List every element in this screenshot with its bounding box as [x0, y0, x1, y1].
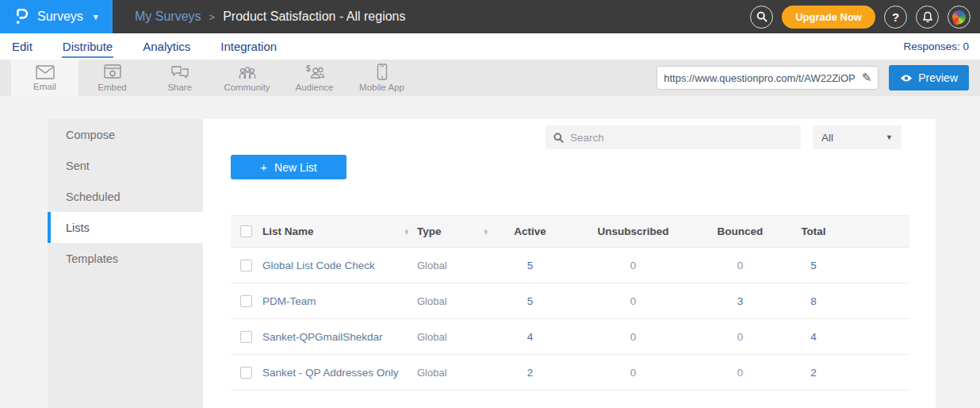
- upgrade-now-button[interactable]: Upgrade Now: [782, 6, 875, 29]
- column-header-bounced: Bounced: [702, 216, 778, 248]
- channel-email-label: Email: [33, 82, 56, 91]
- avatar-logo-icon: [951, 8, 968, 25]
- table-header-row: List Name ▲▼ Type ▲▼ Active Unsubscribed…: [231, 216, 909, 248]
- survey-url-input[interactable]: [664, 72, 861, 84]
- top-header: Surveys ▼ My Surveys > Product Satisfact…: [0, 0, 980, 33]
- lists-panel: All ▼ + New List List Name ▲▼: [203, 119, 936, 408]
- chevron-down-icon: ▼: [92, 13, 100, 21]
- email-sidebar: Compose Sent Scheduled Lists Templates: [48, 119, 203, 408]
- distribute-toolbar: Email Embed Share Community $ Audience M…: [0, 60, 980, 96]
- select-all-checkbox[interactable]: [240, 225, 252, 237]
- total-count[interactable]: 8: [778, 283, 849, 319]
- channel-email[interactable]: Email: [11, 60, 78, 96]
- sidebar-item-sent[interactable]: Sent: [48, 150, 203, 181]
- column-header-total: Total: [778, 216, 849, 248]
- list-filter-dropdown[interactable]: All ▼: [813, 125, 902, 149]
- bounced-count[interactable]: 0: [702, 319, 778, 355]
- active-count[interactable]: 2: [496, 355, 564, 391]
- column-header-list-name[interactable]: List Name: [262, 225, 314, 237]
- channel-community-label: Community: [224, 83, 270, 92]
- sidebar-item-templates[interactable]: Templates: [48, 243, 203, 274]
- channel-mobile-app[interactable]: Mobile App: [348, 60, 415, 96]
- list-type: Global: [417, 319, 496, 355]
- sidebar-item-scheduled-label: Scheduled: [66, 191, 121, 203]
- sort-icon[interactable]: ▲▼: [484, 229, 488, 235]
- help-button[interactable]: ?: [884, 6, 907, 29]
- row-checkbox[interactable]: [240, 295, 252, 307]
- row-checkbox[interactable]: [240, 260, 252, 271]
- list-name-link[interactable]: Sanket-QPGmailShekdar: [262, 319, 417, 355]
- channel-community[interactable]: Community: [213, 60, 281, 96]
- preview-button[interactable]: Preview: [889, 65, 969, 90]
- tab-distribute[interactable]: Distribute: [62, 35, 113, 58]
- channel-share[interactable]: Share: [146, 60, 213, 96]
- channel-embed-label: Embed: [98, 83, 126, 92]
- table-row: Sanket - QP Addresses Only Global 2 0 0 …: [231, 355, 909, 391]
- sidebar-item-lists-label: Lists: [66, 221, 90, 234]
- email-icon: [36, 65, 55, 79]
- column-header-active: Active: [496, 216, 564, 248]
- total-count[interactable]: 4: [778, 319, 849, 355]
- sort-icon[interactable]: ▲▼: [404, 229, 409, 235]
- unsubscribed-count[interactable]: 0: [564, 248, 702, 283]
- mobile-app-icon: [377, 64, 388, 80]
- tab-analytics[interactable]: Analytics: [142, 35, 191, 58]
- unsubscribed-count[interactable]: 0: [564, 319, 702, 355]
- total-count[interactable]: 5: [778, 248, 849, 283]
- sidebar-item-lists[interactable]: Lists: [48, 212, 203, 243]
- bounced-count[interactable]: 3: [702, 283, 778, 319]
- active-count[interactable]: 4: [496, 319, 564, 355]
- new-list-button[interactable]: + New List: [231, 155, 346, 179]
- table-row: Global List Code Check Global 5 0 0 5: [231, 248, 909, 283]
- list-name-link[interactable]: PDM-Team: [262, 283, 417, 319]
- tab-integration[interactable]: Integration: [220, 35, 278, 58]
- header-actions: Upgrade Now ?: [750, 6, 980, 29]
- bounced-count[interactable]: 0: [702, 248, 778, 283]
- sidebar-item-compose-label: Compose: [66, 129, 115, 141]
- edit-url-pencil-icon[interactable]: ✎: [862, 71, 872, 85]
- channel-share-label: Share: [167, 83, 192, 92]
- lists-table: List Name ▲▼ Type ▲▼ Active Unsubscribed…: [231, 215, 909, 391]
- column-header-unsubscribed: Unsubscribed: [564, 216, 702, 248]
- responses-count[interactable]: Responses: 0: [903, 40, 969, 52]
- list-name-link[interactable]: Global List Code Check: [262, 248, 417, 283]
- search-icon: [553, 133, 564, 143]
- total-count[interactable]: 2: [778, 355, 849, 391]
- survey-nav: Edit Distribute Analytics Integration Re…: [0, 33, 980, 60]
- toolbar-right: ✎ Preview: [657, 60, 980, 96]
- tab-edit[interactable]: Edit: [11, 35, 33, 58]
- list-name-link[interactable]: Sanket - QP Addresses Only: [262, 355, 417, 391]
- notifications-button[interactable]: [916, 6, 939, 29]
- channel-embed[interactable]: Embed: [78, 60, 146, 96]
- channel-audience[interactable]: $ Audience: [281, 60, 348, 96]
- breadcrumb: My Surveys > Product Satisfaction - All …: [135, 10, 406, 24]
- breadcrumb-my-surveys[interactable]: My Surveys: [135, 10, 201, 24]
- sidebar-item-templates-label: Templates: [66, 252, 118, 265]
- table-row: Sanket-QPGmailShekdar Global 4 0 0 4: [231, 319, 909, 355]
- row-checkbox[interactable]: [240, 331, 252, 343]
- channel-mobile-app-label: Mobile App: [359, 83, 404, 92]
- plus-icon: +: [260, 160, 267, 174]
- list-search-box: [546, 125, 801, 149]
- unsubscribed-count[interactable]: 0: [564, 283, 702, 319]
- account-avatar[interactable]: [947, 6, 970, 29]
- survey-url-box: ✎: [657, 66, 879, 90]
- list-type: Global: [417, 355, 496, 391]
- list-search-input[interactable]: [570, 132, 793, 144]
- search-button[interactable]: [750, 6, 773, 29]
- sidebar-item-scheduled[interactable]: Scheduled: [48, 181, 203, 212]
- bounced-count[interactable]: 0: [702, 355, 778, 391]
- questionpro-logo-icon: [13, 6, 30, 27]
- question-mark-icon: ?: [892, 10, 899, 24]
- unsubscribed-count[interactable]: 0: [564, 355, 702, 391]
- active-count[interactable]: 5: [496, 248, 564, 283]
- preview-button-label: Preview: [918, 71, 958, 84]
- sidebar-item-compose[interactable]: Compose: [48, 119, 203, 150]
- column-header-type[interactable]: Type: [417, 225, 442, 237]
- list-type: Global: [417, 248, 496, 283]
- surveys-menu-label: Surveys: [37, 10, 83, 24]
- surveys-menu[interactable]: Surveys ▼: [0, 0, 113, 33]
- app-root: Surveys ▼ My Surveys > Product Satisfact…: [0, 0, 980, 408]
- active-count[interactable]: 5: [496, 283, 564, 319]
- row-checkbox[interactable]: [240, 367, 252, 379]
